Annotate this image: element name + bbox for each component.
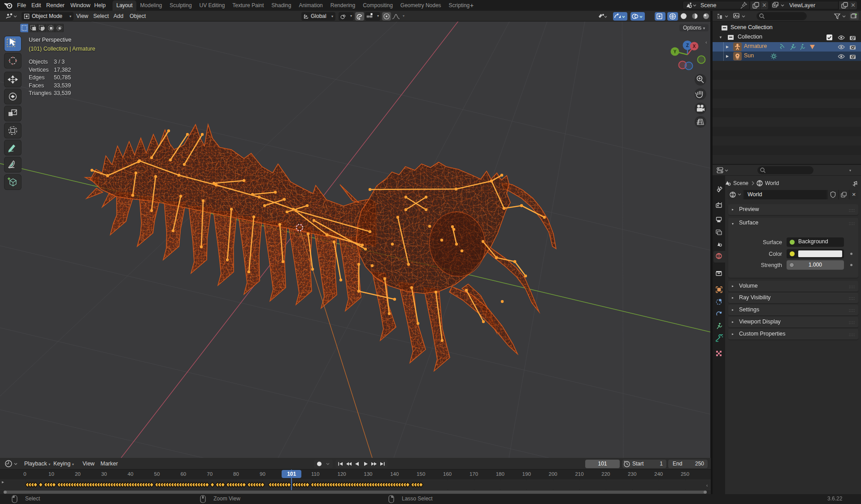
svg-text:X: X [693, 44, 696, 49]
svg-text:World: World [765, 180, 779, 186]
svg-text:Y: Y [674, 49, 677, 54]
svg-text:Scene: Scene [733, 180, 748, 186]
svg-text:Z: Z [686, 43, 689, 48]
